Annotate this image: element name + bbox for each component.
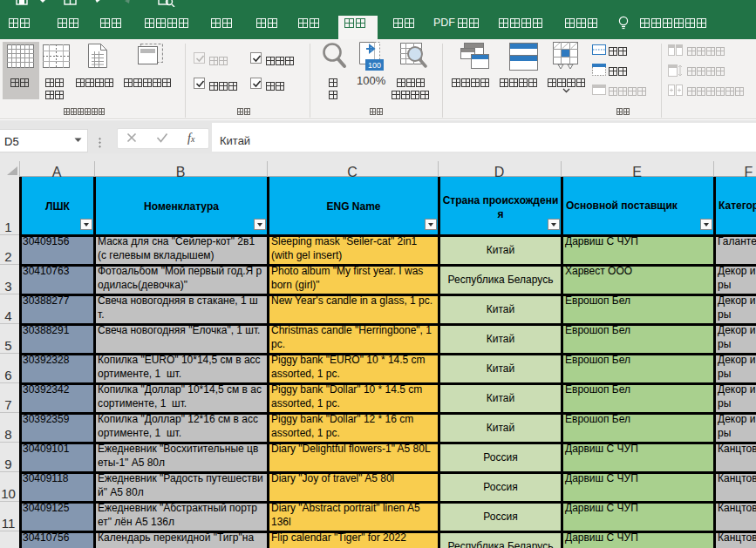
svg-text:100: 100 <box>368 61 381 70</box>
